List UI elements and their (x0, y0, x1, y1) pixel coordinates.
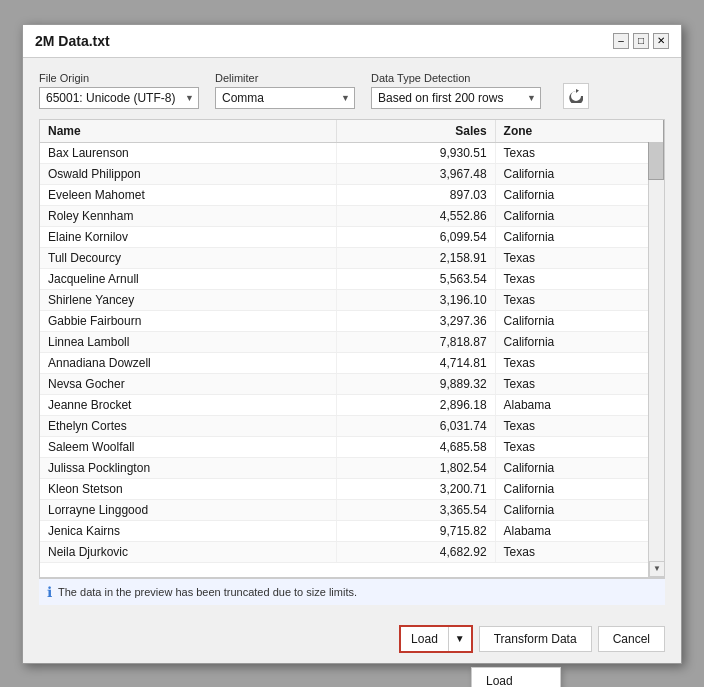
cell-zone: Texas (495, 436, 663, 457)
cell-name: Gabbie Fairbourn (40, 310, 337, 331)
cell-zone: Texas (495, 247, 663, 268)
cell-sales: 4,685.58 (337, 436, 495, 457)
cell-name: Annadiana Dowzell (40, 352, 337, 373)
cell-sales: 3,297.36 (337, 310, 495, 331)
cancel-button[interactable]: Cancel (598, 626, 665, 652)
cell-sales: 3,196.10 (337, 289, 495, 310)
table-row: Annadiana Dowzell 4,714.81 Texas (40, 352, 664, 373)
cell-sales: 6,031.74 (337, 415, 495, 436)
cell-name: Tull Decourcy (40, 247, 337, 268)
cell-sales: 3,365.54 (337, 499, 495, 520)
cell-name: Ethelyn Cortes (40, 415, 337, 436)
data-type-wrapper: Based on first 200 rows ▼ (371, 87, 541, 109)
table-row: Nevsa Gocher 9,889.32 Texas (40, 373, 664, 394)
cell-name: Jeanne Brocket (40, 394, 337, 415)
cell-sales: 9,889.32 (337, 373, 495, 394)
cell-sales: 3,967.48 (337, 163, 495, 184)
table-row: Linnea Lamboll 7,818.87 California (40, 331, 664, 352)
cell-sales: 2,896.18 (337, 394, 495, 415)
load-dropdown-menu: Load Load To... (471, 667, 561, 688)
table-row: Tull Decourcy 2,158.91 Texas (40, 247, 664, 268)
data-type-label: Data Type Detection (371, 72, 541, 84)
data-table: Name Sales Zone Bax Laurenson 9,930.51 T… (40, 120, 664, 563)
cell-zone: Texas (495, 352, 663, 373)
cell-zone: Alabama (495, 394, 663, 415)
cell-sales: 4,552.86 (337, 205, 495, 226)
cell-zone: California (495, 184, 663, 205)
dialog-title: 2M Data.txt (35, 33, 110, 49)
refresh-icon (569, 89, 583, 103)
table-row: Eveleen Mahomet 897.03 California (40, 184, 664, 205)
table-row: Neila Djurkovic 4,682.92 Texas (40, 541, 664, 562)
delimiter-select[interactable]: Comma (215, 87, 355, 109)
cell-name: Bax Laurenson (40, 142, 337, 163)
cell-name: Linnea Lamboll (40, 331, 337, 352)
dropdown-load-item[interactable]: Load (472, 668, 560, 688)
data-table-container: Name Sales Zone Bax Laurenson 9,930.51 T… (39, 119, 665, 578)
scrollbar-down-button[interactable]: ▼ (649, 561, 665, 577)
cell-zone: California (495, 163, 663, 184)
cell-zone: California (495, 499, 663, 520)
cell-name: Nevsa Gocher (40, 373, 337, 394)
cell-name: Roley Kennham (40, 205, 337, 226)
cell-sales: 3,200.71 (337, 478, 495, 499)
table-row: Jenica Kairns 9,715.82 Alabama (40, 520, 664, 541)
delimiter-group: Delimiter Comma ▼ (215, 72, 355, 109)
cell-zone: California (495, 331, 663, 352)
table-row: Gabbie Fairbourn 3,297.36 California (40, 310, 664, 331)
table-row: Lorrayne Linggood 3,365.54 California (40, 499, 664, 520)
cell-zone: California (495, 226, 663, 247)
col-header-sales: Sales (337, 120, 495, 143)
cell-name: Eveleen Mahomet (40, 184, 337, 205)
table-row: Saleem Woolfall 4,685.58 Texas (40, 436, 664, 457)
cell-zone: California (495, 310, 663, 331)
refresh-button[interactable] (563, 83, 589, 109)
table-row: Julissa Pocklington 1,802.54 California (40, 457, 664, 478)
dialog-body: File Origin 65001: Unicode (UTF-8) ▼ Del… (23, 58, 681, 615)
minimize-button[interactable]: – (613, 33, 629, 49)
table-row: Oswald Philippon 3,967.48 California (40, 163, 664, 184)
table-row: Roley Kennham 4,552.86 California (40, 205, 664, 226)
col-header-name: Name (40, 120, 337, 143)
footer: Load ▼ Transform Data Cancel Load Load T… (23, 615, 681, 663)
cell-sales: 6,099.54 (337, 226, 495, 247)
cell-name: Oswald Philippon (40, 163, 337, 184)
info-icon: ℹ (47, 584, 52, 600)
cell-name: Kleon Stetson (40, 478, 337, 499)
table-body: Bax Laurenson 9,930.51 Texas Oswald Phil… (40, 142, 664, 562)
window-controls: – □ ✕ (613, 33, 669, 49)
cell-zone: California (495, 478, 663, 499)
file-origin-group: File Origin 65001: Unicode (UTF-8) ▼ (39, 72, 199, 109)
cell-name: Jenica Kairns (40, 520, 337, 541)
cell-sales: 4,714.81 (337, 352, 495, 373)
table-row: Kleon Stetson 3,200.71 California (40, 478, 664, 499)
cell-name: Jacqueline Arnull (40, 268, 337, 289)
cell-zone: Texas (495, 373, 663, 394)
transform-data-button[interactable]: Transform Data (479, 626, 592, 652)
table-header-row: Name Sales Zone (40, 120, 664, 143)
restore-button[interactable]: □ (633, 33, 649, 49)
load-button[interactable]: Load (401, 627, 449, 651)
cell-sales: 7,818.87 (337, 331, 495, 352)
cell-sales: 9,930.51 (337, 142, 495, 163)
info-message: The data in the preview has been truncat… (58, 586, 357, 598)
cell-zone: Texas (495, 541, 663, 562)
file-origin-select[interactable]: 65001: Unicode (UTF-8) (39, 87, 199, 109)
table-scroll-area[interactable]: Name Sales Zone Bax Laurenson 9,930.51 T… (40, 120, 664, 577)
title-bar: 2M Data.txt – □ ✕ (23, 25, 681, 58)
data-type-select[interactable]: Based on first 200 rows (371, 87, 541, 109)
cell-zone: California (495, 457, 663, 478)
file-origin-wrapper: 65001: Unicode (UTF-8) ▼ (39, 87, 199, 109)
cell-zone: California (495, 205, 663, 226)
data-type-group: Data Type Detection Based on first 200 r… (371, 72, 541, 109)
info-bar: ℹ The data in the preview has been trunc… (39, 578, 665, 605)
table-row: Bax Laurenson 9,930.51 Texas (40, 142, 664, 163)
load-dropdown-arrow-button[interactable]: ▼ (449, 627, 471, 651)
col-header-zone: Zone (495, 120, 663, 143)
delimiter-wrapper: Comma ▼ (215, 87, 355, 109)
options-row: File Origin 65001: Unicode (UTF-8) ▼ Del… (39, 72, 665, 109)
dialog: 2M Data.txt – □ ✕ File Origin 65001: Uni… (22, 24, 682, 664)
cell-name: Saleem Woolfall (40, 436, 337, 457)
close-button[interactable]: ✕ (653, 33, 669, 49)
cell-sales: 2,158.91 (337, 247, 495, 268)
